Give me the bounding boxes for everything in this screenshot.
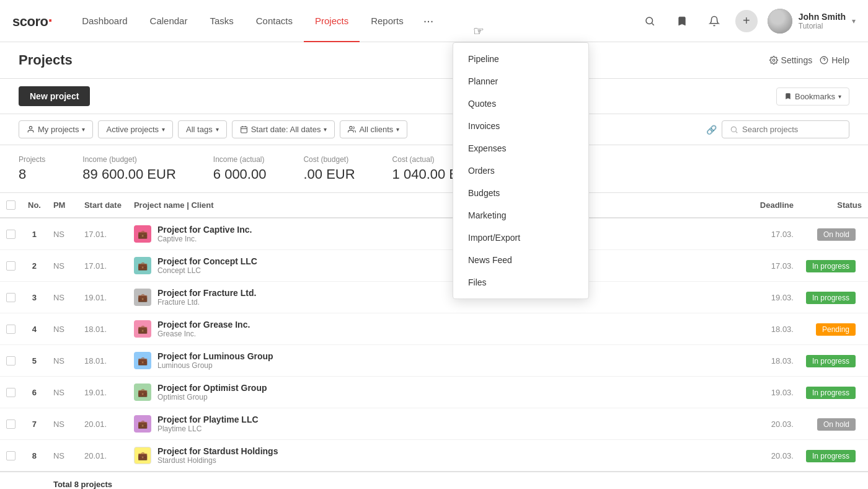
dropdown-item-quotes[interactable]: Quotes xyxy=(453,92,588,115)
dropdown-item-planner[interactable]: Planner xyxy=(453,70,588,92)
all-tags-chevron-icon: ▾ xyxy=(216,126,219,133)
new-project-button[interactable]: New project xyxy=(19,86,90,106)
dropdown-item-pipeline[interactable]: Pipeline xyxy=(453,48,588,70)
row-status-4: Pending xyxy=(800,313,868,345)
my-projects-label: My projects xyxy=(38,125,79,134)
row-checkbox-6[interactable] xyxy=(6,388,16,397)
row-spacer-7 xyxy=(502,408,750,440)
stat-income-budget-value: 89 600.00 EUR xyxy=(82,166,175,182)
row-project-5[interactable]: 💼 Project for Luminous Group Luminous Gr… xyxy=(128,345,502,377)
logo-word: scoro xyxy=(12,14,48,29)
row-project-7[interactable]: 💼 Project for Playtime LLC Playtime LLC xyxy=(128,408,502,440)
settings-label: Settings xyxy=(781,55,813,65)
search-input[interactable] xyxy=(742,125,841,134)
row-checkbox-4[interactable] xyxy=(6,325,16,334)
nav-tasks[interactable]: Tasks xyxy=(198,0,244,42)
stats-bar: Projects 8 Income (budget) 89 600.00 EUR… xyxy=(0,145,868,193)
table-row[interactable]: 6 NS 19.01. 💼 Project for Optimist Group… xyxy=(0,377,868,408)
logo[interactable]: scoro· xyxy=(12,11,52,30)
row-deadline-3: 19.03. xyxy=(750,282,800,313)
row-date-3: 19.01. xyxy=(78,282,128,313)
bookmarks-button[interactable]: Bookmarks ▾ xyxy=(776,87,849,105)
nav-more-button[interactable]: ··· xyxy=(415,0,443,42)
project-client-8: Stardust Holdings xyxy=(157,456,278,465)
dropdown-item-files[interactable]: Files xyxy=(453,271,588,294)
col-header-project: Project name | Client xyxy=(128,193,750,218)
row-checkbox-7[interactable] xyxy=(6,419,16,429)
col-header-startdate: Start date xyxy=(78,193,128,218)
nav-reports[interactable]: Reports xyxy=(360,0,415,42)
bookmark-icon-button[interactable] xyxy=(671,10,693,32)
project-info-7: Project for Playtime LLC Playtime LLC xyxy=(157,415,259,433)
dropdown-item-expenses[interactable]: Expenses xyxy=(453,137,588,159)
add-icon-button[interactable]: + xyxy=(735,10,758,32)
table-row[interactable]: 4 NS 18.01. 💼 Project for Grease Inc. Gr… xyxy=(0,313,868,345)
row-project-2[interactable]: 💼 Project for Concept LLC Concept LLC xyxy=(128,250,502,282)
row-no-7: 7 xyxy=(22,408,47,440)
project-client-1: Captive Inc. xyxy=(157,235,252,243)
table-row[interactable]: 7 NS 20.01. 💼 Project for Playtime LLC P… xyxy=(0,408,868,440)
col-header-pm: PM xyxy=(47,193,78,218)
dropdown-item-import-export[interactable]: Import/Export xyxy=(453,227,588,249)
row-checkbox-3[interactable] xyxy=(6,293,16,302)
my-projects-filter[interactable]: My projects ▾ xyxy=(19,120,93,138)
row-project-3[interactable]: 💼 Project for Fracture Ltd. Fracture Ltd… xyxy=(128,282,502,313)
project-name-4: Project for Grease Inc. xyxy=(157,320,250,330)
logo-text: scoro· xyxy=(12,11,52,30)
project-icon-7: 💼 xyxy=(134,415,151,433)
user-menu[interactable]: John Smith Tutorial ▾ xyxy=(768,9,856,34)
link-icon[interactable]: 🔗 xyxy=(706,125,717,135)
dropdown-item-budgets[interactable]: Budgets xyxy=(453,182,588,204)
row-date-6: 19.01. xyxy=(78,377,128,408)
project-icon-6: 💼 xyxy=(134,384,151,401)
project-name-7: Project for Playtime LLC xyxy=(157,415,259,424)
avatar-image xyxy=(768,9,792,34)
col-header-status: Status xyxy=(800,193,868,218)
project-name-8: Project for Stardust Holdings xyxy=(157,446,278,456)
all-tags-filter[interactable]: All tags ▾ xyxy=(178,120,227,138)
row-checkbox-5[interactable] xyxy=(6,356,16,366)
nav-dashboard[interactable]: Dashboard xyxy=(71,0,138,42)
dropdown-item-orders[interactable]: Orders xyxy=(453,159,588,182)
col-header-deadline: Deadline xyxy=(750,193,800,218)
row-project-6[interactable]: 💼 Project for Optimist Group Optimist Gr… xyxy=(128,377,502,408)
nav-calendar[interactable]: Calendar xyxy=(139,0,199,42)
row-project-1[interactable]: 💼 Project for Captive Inc. Captive Inc. xyxy=(128,218,502,250)
table-row[interactable]: 3 NS 19.01. 💼 Project for Fracture Ltd. … xyxy=(0,282,868,313)
table-row[interactable]: 8 NS 20.01. 💼 Project for Stardust Holdi… xyxy=(0,440,868,472)
help-button[interactable]: Help xyxy=(820,55,849,65)
row-checkbox-1[interactable] xyxy=(6,230,16,239)
select-all-checkbox[interactable] xyxy=(6,200,16,210)
table-row[interactable]: 2 NS 17.01. 💼 Project for Concept LLC Co… xyxy=(0,250,868,282)
row-date-5: 18.01. xyxy=(78,345,128,377)
start-date-filter[interactable]: Start date: All dates ▾ xyxy=(232,120,335,138)
row-no-8: 8 xyxy=(22,440,47,472)
dropdown-item-invoices[interactable]: Invoices xyxy=(453,115,588,137)
dropdown-item-marketing[interactable]: Marketing xyxy=(453,204,588,227)
row-deadline-6: 19.03. xyxy=(750,377,800,408)
notifications-icon-button[interactable] xyxy=(703,10,725,32)
nav-projects[interactable]: Projects xyxy=(304,0,360,42)
dropdown-item-news-feed[interactable]: News Feed xyxy=(453,249,588,271)
active-projects-filter[interactable]: Active projects ▾ xyxy=(98,120,173,138)
help-label: Help xyxy=(831,55,849,65)
project-info-4: Project for Grease Inc. Grease Inc. xyxy=(157,320,250,338)
all-clients-chevron-icon: ▾ xyxy=(396,126,399,133)
table-row[interactable]: 5 NS 18.01. 💼 Project for Luminous Group… xyxy=(0,345,868,377)
table-row[interactable]: 1 NS 17.01. 💼 Project for Captive Inc. C… xyxy=(0,218,868,250)
row-deadline-1: 17.03. xyxy=(750,218,800,250)
bookmarks-chevron-icon: ▾ xyxy=(838,93,841,100)
project-icon-2: 💼 xyxy=(134,257,151,274)
search-icon-button[interactable] xyxy=(639,10,661,32)
row-checkbox-2[interactable] xyxy=(6,261,16,271)
row-spacer-5 xyxy=(502,345,750,377)
project-info-3: Project for Fracture Ltd. Fracture Ltd. xyxy=(157,288,256,307)
page-title: Projects xyxy=(19,52,73,68)
stat-income-budget: Income (budget) 89 600.00 EUR xyxy=(82,155,175,182)
all-clients-filter[interactable]: All clients ▾ xyxy=(340,120,407,138)
row-checkbox-8[interactable] xyxy=(6,451,16,460)
nav-contacts[interactable]: Contacts xyxy=(245,0,304,42)
row-project-8[interactable]: 💼 Project for Stardust Holdings Stardust… xyxy=(128,440,502,472)
row-project-4[interactable]: 💼 Project for Grease Inc. Grease Inc. xyxy=(128,313,502,345)
settings-button[interactable]: Settings xyxy=(769,55,813,65)
